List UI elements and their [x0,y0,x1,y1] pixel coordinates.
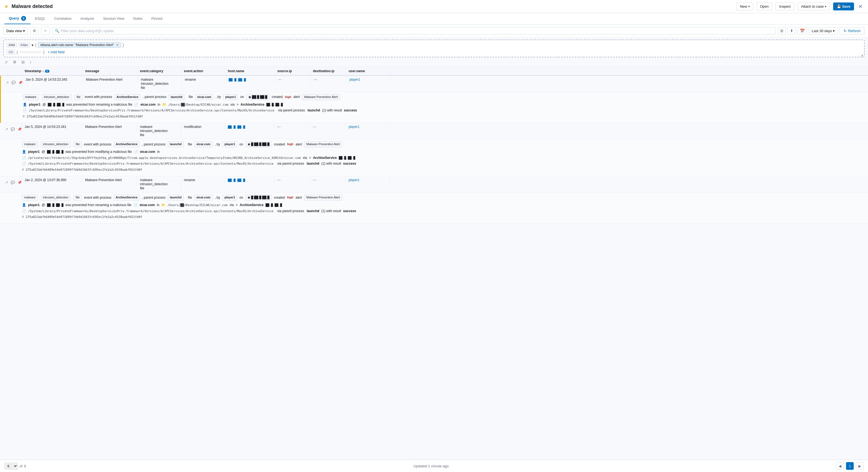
sort-asc-icon[interactable]: ↕ [28,59,33,65]
footer-center: Updated 1 minute ago [414,464,449,468]
table-toolbar: ⤢ ⚙ ⊟ ↕ [0,57,868,67]
row2-pin-icon[interactable]: 📌 [17,127,22,132]
header-right: New ▾ Open Inspect Attach to case ▾ 💾 Sa… [736,2,864,11]
th-timestamp[interactable]: timestamp ↓ 1 [22,67,82,75]
created-text: created [274,195,285,200]
user-icon: 👤 [22,203,26,207]
filter-chip[interactable]: kibana.alert.rule.name: "Malware Prevent… [38,42,121,48]
star-icon[interactable]: ★ [4,4,8,9]
columns-button[interactable]: ⊞ [778,27,786,35]
tab-query[interactable]: Query 6 [4,13,30,24]
open-button[interactable]: Open [756,2,772,10]
filter-chevron-icon: ▾ [32,43,33,47]
next-page-button[interactable]: ▶ [856,462,864,470]
user-name-label: user.name [349,69,365,73]
alert-name-tag: Malware Prevention Alert [304,195,342,200]
th-host-name[interactable]: host.name [225,67,275,75]
tag: launchd [168,195,184,200]
row2-destination-ip: — [310,123,346,131]
th-user-name[interactable]: user.name [346,67,390,75]
resize-handle-icon[interactable]: ◢ [861,54,864,56]
prev-page-button[interactable]: ◀ [836,462,844,470]
table-scroll[interactable]: timestamp ↓ 1 message event.category eve… [0,67,868,472]
row1-detail-hash: # 275a021bbfb6489e54d471899f7db9d1663fc6… [23,114,865,120]
table-view-icon[interactable]: ⊟ [20,59,26,65]
event-with-process-text: event with process [84,142,111,147]
tag: player1 [222,195,238,200]
row1-pin-icon[interactable]: 📌 [18,80,23,85]
row3-controls: ↗ 💬 📌 ••• ⊙ [0,176,22,189]
tag: file [73,195,82,200]
share-button[interactable]: ⬆ [787,27,796,35]
tab-analyzer[interactable]: Analyzer [76,14,99,24]
rows-per-page-select[interactable]: 6 10 25 50 [4,463,18,470]
columns-icon: ⊞ [780,29,783,33]
tab-esql[interactable]: ES|QL [30,14,50,24]
row3-actions: ↗ 💬 📌 ••• ⊙ [3,178,19,187]
expand-columns-icon[interactable]: ⤢ [3,59,9,65]
th-event-action[interactable]: event.action [181,67,225,75]
row3-comment-icon[interactable]: 💬 [10,180,16,185]
and-label: AND [7,42,17,48]
tab-correlation[interactable]: Correlation [50,14,76,24]
save-button[interactable]: 💾 Save [833,2,854,10]
tag: eicar.com [195,94,214,100]
add-field-button[interactable]: + Add field [46,50,66,55]
save-icon: 💾 [837,4,841,8]
file-doc-icon: 📄 [134,150,138,154]
close-paren2: ) [43,50,44,54]
new-button[interactable]: New ▾ [736,2,753,10]
filter-options-button[interactable]: ⚙ [30,27,39,35]
tag: malware [23,94,39,100]
row3-expand-icon[interactable]: ↗ [4,180,9,185]
row1-event-category: malware intrusion_detection file [138,76,182,92]
row1-user-name: player1 [347,76,391,84]
tab-notes[interactable]: Notes [129,14,147,24]
refresh-button[interactable]: ↻ Refresh [839,27,865,35]
search-bar[interactable]: 🔍 Filter your data using KQL syntax [52,27,775,35]
on-text: on [239,195,243,200]
content-area: ⤢ ⚙ ⊟ ↕ timestamp ↓ 1 message [0,57,868,472]
row2-event-category: malware intrusion_detection file [137,123,181,139]
row2-detail-path2: 📄 /System/Library/PrivateFrameworks/Desk… [22,161,865,167]
share-icon: ⬆ [790,29,793,33]
row2-detail-line1: 👤 player1 @ ██.█.██.█ was prevented from… [22,149,865,155]
row3-pin-icon[interactable]: 📌 [17,180,22,185]
row2-detail-path1: 📄 /private/var/folders/vl/3hgrbnbs207ffm… [22,155,865,161]
row2-expand-icon[interactable]: ↗ [4,127,9,132]
alert-name-tag: Malware Prevention Alert [304,141,342,147]
refresh-label: Refresh [848,29,861,33]
add-filter-button[interactable]: ＋ [41,27,50,35]
row3-source-ip: — [275,176,310,184]
th-destination-ip[interactable]: destination.ip [310,67,346,75]
tab-session-view[interactable]: Session View [98,14,129,24]
row1-comment-icon[interactable]: 💬 [11,80,17,85]
page-1-button[interactable]: 1 [846,462,854,470]
filter-row-and: AND Filter ▾ ( kibana.alert.rule.name: "… [7,42,861,48]
settings-icon[interactable]: ⚙ [11,59,18,65]
row1-expand-icon[interactable]: ↗ [5,80,10,85]
th-source-ip[interactable]: source.ip [275,67,310,75]
tag: player1 [222,141,238,147]
th-event-category[interactable]: event.category [137,67,181,75]
path-icon2: 📄 [22,162,26,165]
event-action-label: event.action [184,69,203,73]
attach-to-case-button[interactable]: Attach to case ▾ [798,2,830,10]
updated-text: Updated 1 minute ago [414,464,449,468]
data-view-button[interactable]: Data view ▾ [3,27,28,35]
row3-destination-ip: — [310,176,346,184]
calendar-button[interactable]: 📅 [798,27,807,35]
time-range-button[interactable]: Last 30 days ▾ [809,27,838,35]
th-message[interactable]: message [82,67,137,75]
tab-pinned[interactable]: Pinned [147,14,167,24]
row3-detail-hash: # 275a021bbfb6489e54d471899f7db9d1663fc6… [22,214,865,220]
hash-icon: # [22,215,24,219]
row2-comment-icon[interactable]: 💬 [10,127,16,132]
row3-detail-path: 📄 /System/Library/PrivateFrameworks/Desk… [22,208,865,214]
close-icon[interactable]: ✕ [857,2,864,11]
inspect-button[interactable]: Inspect [775,2,794,10]
hash-icon: # [22,168,24,171]
row3-message: Malware Prevention Alert [82,176,137,184]
filter-close-icon[interactable]: ✕ [116,43,119,47]
row3-user-name: player1 [346,176,390,184]
